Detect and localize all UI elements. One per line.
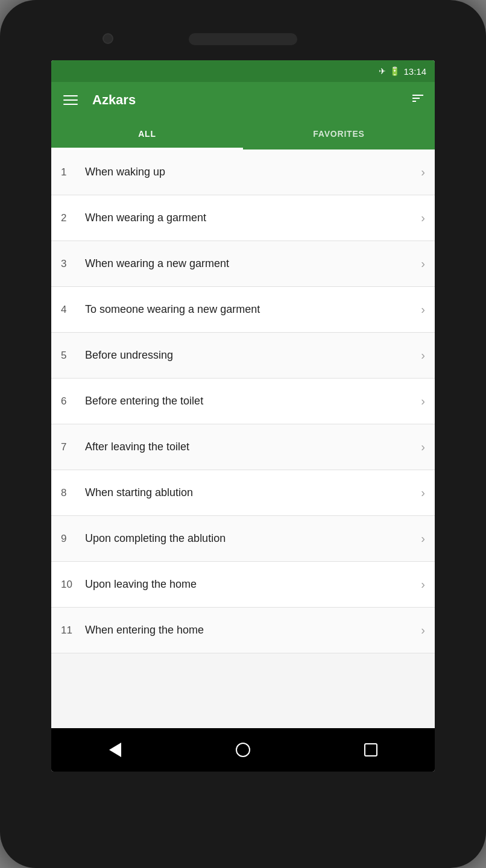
azkar-list: 1 When waking up › 2 When wearing a garm…: [51, 149, 435, 728]
filter-button[interactable]: [411, 91, 425, 109]
list-item[interactable]: 4 To someone wearing a new garment ›: [51, 287, 435, 333]
list-item[interactable]: 1 When waking up ›: [51, 149, 435, 195]
item-label: When entering the home: [85, 624, 421, 637]
item-label: When starting ablution: [85, 486, 421, 499]
list-item[interactable]: 11 When entering the home ›: [51, 608, 435, 653]
item-label: To someone wearing a new garment: [85, 303, 421, 316]
item-label: When waking up: [85, 166, 421, 178]
list-item[interactable]: 3 When wearing a new garment ›: [51, 241, 435, 287]
item-number: 6: [61, 395, 80, 407]
item-number: 5: [61, 350, 80, 362]
status-icons: ✈ 🔋 13:14: [379, 66, 426, 77]
item-number: 1: [61, 166, 80, 178]
chevron-right-icon: ›: [421, 348, 425, 362]
airplane-icon: ✈: [379, 66, 386, 76]
chevron-right-icon: ›: [421, 394, 425, 408]
phone-top: [0, 18, 486, 60]
item-label: Before undressing: [85, 349, 421, 362]
list-item[interactable]: 5 Before undressing ›: [51, 333, 435, 379]
chevron-right-icon: ›: [421, 532, 425, 546]
tab-favorites[interactable]: FAVORITES: [243, 118, 435, 149]
menu-button[interactable]: [61, 93, 80, 107]
chevron-right-icon: ›: [421, 486, 425, 500]
list-item[interactable]: 10 Upon leaving the home ›: [51, 562, 435, 608]
item-label: After leaving the toilet: [85, 441, 421, 453]
chevron-right-icon: ›: [421, 440, 425, 454]
tabs-bar: ALL FAVORITES: [51, 118, 435, 149]
item-label: Upon leaving the home: [85, 578, 421, 591]
home-button[interactable]: [231, 738, 255, 762]
screen: ✈ 🔋 13:14 Azkars ALL: [51, 60, 435, 772]
chevron-right-icon: ›: [421, 211, 425, 225]
battery-icon: 🔋: [390, 66, 400, 76]
item-label: Before entering the toilet: [85, 395, 421, 407]
item-label: Upon completing the ablution: [85, 532, 421, 545]
front-camera: [103, 33, 113, 44]
list-item[interactable]: 6 Before entering the toilet ›: [51, 379, 435, 424]
item-label: When wearing a garment: [85, 212, 421, 224]
recents-button[interactable]: [359, 738, 383, 762]
item-number: 2: [61, 212, 80, 224]
chevron-right-icon: ›: [421, 165, 425, 179]
list-item[interactable]: 8 When starting ablution ›: [51, 470, 435, 516]
chevron-right-icon: ›: [421, 577, 425, 591]
status-time: 13:14: [403, 66, 426, 77]
item-number: 10: [61, 579, 80, 591]
item-number: 4: [61, 304, 80, 316]
status-bar: ✈ 🔋 13:14: [51, 60, 435, 82]
app-bar: Azkars: [51, 82, 435, 118]
item-number: 11: [61, 624, 80, 637]
item-label: When wearing a new garment: [85, 257, 421, 270]
list-item[interactable]: 7 After leaving the toilet ›: [51, 424, 435, 470]
list-item[interactable]: 2 When wearing a garment ›: [51, 195, 435, 241]
back-button[interactable]: [103, 738, 127, 762]
item-number: 3: [61, 258, 80, 270]
list-item[interactable]: 9 Upon completing the ablution ›: [51, 516, 435, 562]
bottom-navigation: [51, 728, 435, 772]
item-number: 9: [61, 533, 80, 545]
item-number: 7: [61, 441, 80, 453]
tab-all[interactable]: ALL: [51, 118, 243, 149]
item-number: 8: [61, 487, 80, 499]
app-title: Azkars: [92, 92, 411, 108]
chevron-right-icon: ›: [421, 303, 425, 316]
speaker: [189, 33, 297, 45]
chevron-right-icon: ›: [421, 257, 425, 271]
chevron-right-icon: ›: [421, 623, 425, 637]
phone-shell: ✈ 🔋 13:14 Azkars ALL: [0, 0, 486, 868]
